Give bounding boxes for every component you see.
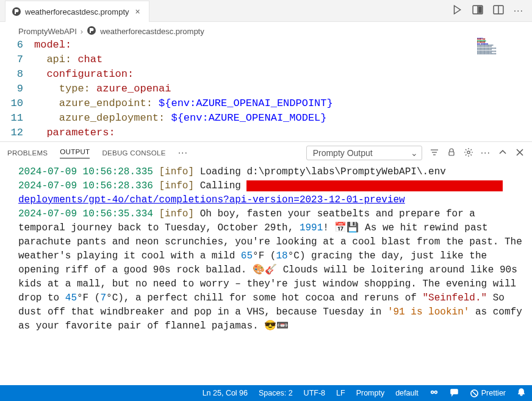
line-number: 7 [5, 52, 34, 67]
svg-point-11 [467, 151, 469, 153]
encoding-status[interactable]: UTF-8 [304, 389, 325, 397]
breadcrumb-root[interactable]: PromptyWebAPI [18, 27, 77, 36]
bottom-panel: PROBLEMS OUTPUT DEBUG CONSOLE ··· Prompt… [0, 141, 532, 385]
cursor-position[interactable]: Ln 25, Col 96 [203, 389, 248, 397]
output-channel-select[interactable]: Prompty Output [306, 146, 422, 160]
bell-icon[interactable] [517, 388, 526, 399]
line-number: 8 [5, 67, 34, 82]
breadcrumb[interactable]: PromptyWebAPI › weatherforecastdesc.prom… [0, 22, 532, 38]
status-bar: Ln 25, Col 96 Spaces: 2 UTF-8 LF Prompty… [0, 385, 532, 401]
more-icon[interactable]: ··· [481, 147, 491, 158]
close-icon[interactable]: × [133, 7, 143, 16]
file-tab[interactable]: weatherforecastdesc.prompty × [5, 1, 149, 22]
indent-status[interactable]: Spaces: 2 [259, 389, 293, 397]
prettier-status[interactable]: Prettier [470, 389, 506, 398]
code-editor[interactable]: ██████████████ ██████████████████ ██████… [0, 38, 532, 141]
close-icon[interactable] [515, 147, 525, 159]
layout-icon[interactable] [493, 4, 504, 17]
editor-tabbar: weatherforecastdesc.prompty × ··· [0, 0, 532, 22]
line-number: 10 [5, 96, 34, 111]
svg-line-18 [472, 391, 476, 396]
output-content[interactable]: 2024-07-09 10:56:28.335 [info] Loading d… [0, 164, 532, 338]
copilot-icon[interactable] [430, 388, 439, 399]
line-number: 9 [5, 82, 34, 96]
svg-point-14 [431, 391, 433, 392]
chevron-up-icon[interactable] [498, 147, 508, 159]
more-icon[interactable]: ··· [514, 5, 523, 16]
language-status[interactable]: Prompty [356, 389, 385, 397]
more-icon[interactable]: ··· [178, 147, 188, 158]
file-tab-label: weatherforecastdesc.prompty [25, 7, 129, 16]
output-link[interactable]: deployments/gpt-4o/chat/completions?api-… [18, 194, 405, 205]
svg-rect-10 [449, 152, 454, 155]
svg-point-15 [435, 391, 436, 392]
minimap[interactable]: ██████████████ ██████████████████ ██████… [475, 38, 527, 108]
breadcrumb-file[interactable]: weatherforecastdesc.prompty [100, 27, 204, 36]
eol-status[interactable]: LF [336, 389, 345, 397]
profile-status[interactable]: default [395, 389, 419, 397]
filter-icon[interactable] [430, 147, 439, 159]
chevron-right-icon: › [81, 27, 83, 36]
line-number: 6 [5, 38, 34, 52]
tab-debug-console[interactable]: DEBUG CONSOLE [102, 149, 165, 157]
panel-tabs: PROBLEMS OUTPUT DEBUG CONSOLE ··· Prompt… [0, 142, 532, 164]
prompty-file-icon [87, 26, 96, 37]
line-number: 11 [5, 111, 34, 126]
prompty-file-icon [12, 7, 21, 16]
line-number: 12 [5, 126, 34, 140]
run-icon[interactable] [451, 4, 462, 17]
lock-icon[interactable] [447, 147, 456, 159]
redacted-url [246, 180, 503, 191]
feedback-icon[interactable] [450, 388, 459, 399]
split-right-icon[interactable] [472, 4, 483, 17]
tab-output[interactable]: OUTPUT [60, 148, 90, 158]
tab-problems[interactable]: PROBLEMS [7, 149, 48, 157]
gear-icon[interactable] [464, 147, 473, 159]
svg-rect-16 [451, 389, 458, 394]
editor-actions: ··· [451, 4, 532, 17]
svg-rect-3 [478, 6, 482, 13]
